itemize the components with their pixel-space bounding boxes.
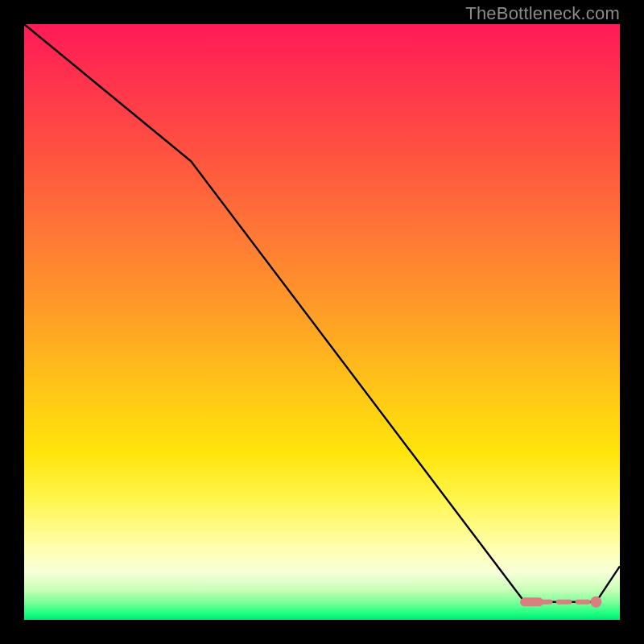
chart-svg bbox=[24, 24, 620, 620]
optimal-range-marker bbox=[590, 597, 601, 608]
plot-area bbox=[24, 24, 620, 620]
chart-frame: TheBottleneck.com bbox=[0, 0, 644, 644]
bottleneck-curve-path bbox=[24, 24, 620, 602]
watermark-text: TheBottleneck.com bbox=[465, 3, 620, 24]
